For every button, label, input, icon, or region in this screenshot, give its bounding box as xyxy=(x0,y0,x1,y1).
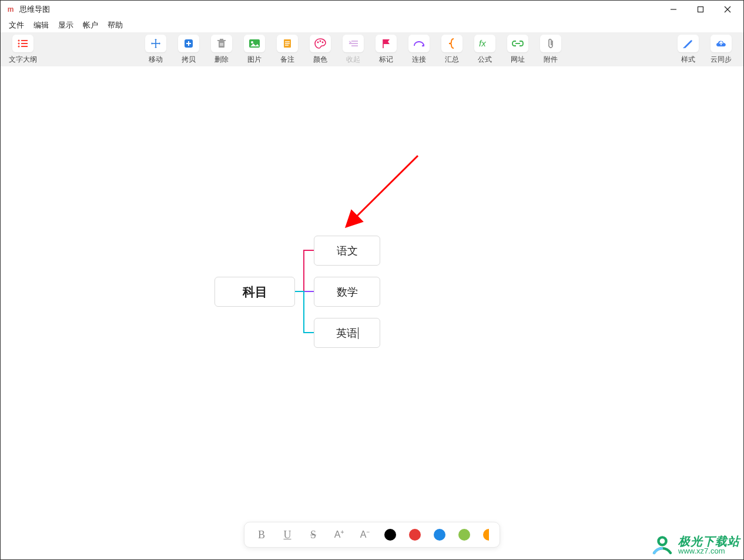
mindmap-canvas[interactable]: 科目 语文 数学 英语 B U S A+ A− xyxy=(1,66,743,559)
palette-icon xyxy=(310,35,331,52)
connect-icon xyxy=(408,35,430,52)
copy-icon xyxy=(178,35,199,52)
format-toolbar: B U S A+ A− xyxy=(244,522,500,548)
app-window: m 思维导图 文件 编辑 显示 帐户 帮助 文字大纲 xyxy=(0,0,744,560)
brush-icon xyxy=(678,35,699,52)
svg-point-4 xyxy=(18,39,20,41)
attachment-button[interactable]: 附件 xyxy=(534,35,567,65)
outline-label: 文字大纲 xyxy=(9,55,37,65)
link-icon xyxy=(507,35,528,52)
watermark-icon xyxy=(650,532,675,557)
cloud-sync-button[interactable]: 云同步 xyxy=(705,35,738,65)
color-swatch-blue[interactable] xyxy=(434,529,445,541)
note-icon xyxy=(277,35,298,52)
strikethrough-button[interactable]: S xyxy=(307,529,320,541)
watermark: 极光下载站 www.xz7.com xyxy=(650,532,740,557)
color-swatch-green[interactable] xyxy=(458,529,470,541)
menu-account[interactable]: 帐户 xyxy=(78,19,103,32)
move-icon xyxy=(145,35,166,52)
color-swatch-red[interactable] xyxy=(409,529,421,541)
menubar: 文件 编辑 显示 帐户 帮助 xyxy=(1,18,743,32)
connect-button[interactable]: 连接 xyxy=(403,35,435,65)
svg-line-36 xyxy=(355,156,418,218)
color-button[interactable]: 颜色 xyxy=(304,35,337,65)
root-text: 科目 xyxy=(243,284,267,300)
collapse-button[interactable]: 收起 xyxy=(337,35,370,65)
tool-group-main: 移动 拷贝 删除 图片 备注 颜色 xyxy=(139,35,567,65)
fx-icon: fx xyxy=(474,35,495,52)
formula-button[interactable]: fx 公式 xyxy=(468,35,501,65)
copy-button[interactable]: 拷贝 xyxy=(172,35,205,65)
app-icon: m xyxy=(6,5,15,14)
note-button[interactable]: 备注 xyxy=(271,35,304,65)
marker-button[interactable]: 标记 xyxy=(370,35,403,65)
font-decrease-button[interactable]: A− xyxy=(358,529,371,540)
summary-button[interactable]: 汇总 xyxy=(435,35,468,65)
url-button[interactable]: 网址 xyxy=(501,35,534,65)
svg-point-28 xyxy=(320,40,321,42)
underline-button[interactable]: U xyxy=(281,529,294,541)
text-cursor xyxy=(358,327,358,339)
menu-view[interactable]: 显示 xyxy=(53,19,78,32)
flag-icon xyxy=(376,35,397,52)
cloud-icon xyxy=(711,35,732,52)
trash-icon xyxy=(211,35,232,52)
move-button[interactable]: 移动 xyxy=(139,35,172,65)
titlebar: m 思维导图 xyxy=(1,1,743,18)
delete-button[interactable]: 删除 xyxy=(205,35,238,65)
menu-edit[interactable]: 编辑 xyxy=(29,19,53,32)
font-increase-button[interactable]: A+ xyxy=(333,529,346,540)
color-swatch-orange[interactable] xyxy=(483,529,489,541)
window-controls xyxy=(660,1,741,18)
image-button[interactable]: 图片 xyxy=(238,35,271,65)
menu-help[interactable]: 帮助 xyxy=(103,19,128,32)
titlebar-left: m 思维导图 xyxy=(6,4,50,15)
annotation-arrow xyxy=(344,149,427,231)
svg-rect-17 xyxy=(220,39,223,40)
svg-rect-16 xyxy=(217,40,226,41)
bold-button[interactable]: B xyxy=(255,529,268,541)
tool-group-right: 样式 云同步 xyxy=(672,35,738,65)
minimize-button[interactable] xyxy=(660,1,687,18)
list-icon xyxy=(12,35,33,52)
window-title: 思维导图 xyxy=(19,4,50,15)
svg-point-8 xyxy=(18,45,20,47)
svg-rect-1 xyxy=(698,7,703,12)
child2-text: 数学 xyxy=(337,285,358,299)
svg-text:fx: fx xyxy=(479,39,486,48)
mindmap-child-2[interactable]: 数学 xyxy=(314,277,380,307)
outline-button[interactable]: 文字大纲 xyxy=(6,35,39,65)
watermark-url: www.xz7.com xyxy=(678,547,725,555)
svg-point-6 xyxy=(18,42,20,44)
watermark-cn: 极光下载站 xyxy=(678,535,740,547)
paperclip-icon xyxy=(540,35,561,52)
svg-point-38 xyxy=(660,539,665,544)
brace-icon xyxy=(441,35,463,52)
toolbar: 文字大纲 移动 拷贝 删除 图片 备注 xyxy=(1,32,743,66)
mindmap-child-3[interactable]: 英语 xyxy=(314,318,380,348)
collapse-icon xyxy=(343,35,364,52)
mindmap-root-node[interactable]: 科目 xyxy=(215,277,295,307)
child3-text: 英语 xyxy=(336,326,357,340)
maximize-button[interactable] xyxy=(687,1,714,18)
svg-point-29 xyxy=(322,41,324,43)
svg-point-22 xyxy=(251,41,253,43)
color-swatch-black[interactable] xyxy=(384,529,396,541)
connector-lines xyxy=(1,66,412,478)
svg-point-27 xyxy=(317,41,319,43)
image-icon xyxy=(244,35,265,52)
style-button[interactable]: 样式 xyxy=(672,35,705,65)
menu-file[interactable]: 文件 xyxy=(4,19,29,32)
child1-text: 语文 xyxy=(337,244,358,258)
close-button[interactable] xyxy=(714,1,741,18)
mindmap-child-1[interactable]: 语文 xyxy=(314,236,380,266)
